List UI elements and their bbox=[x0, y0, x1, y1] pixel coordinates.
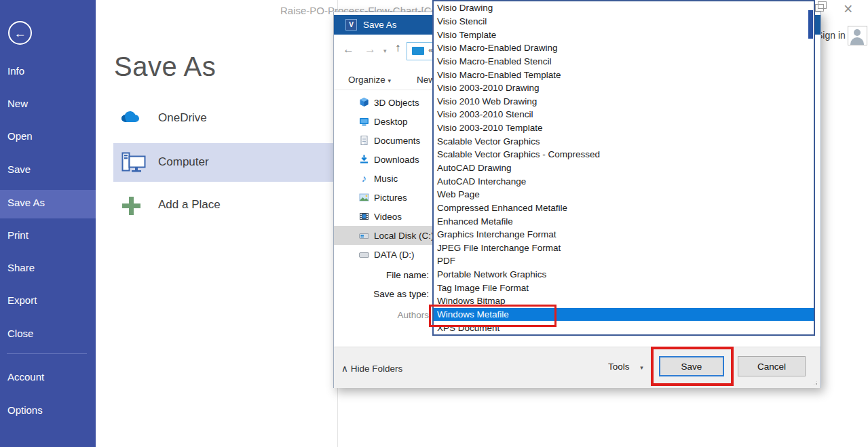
folder-3d-objects[interactable]: 3D Objects bbox=[334, 93, 433, 112]
type-option[interactable]: Scalable Vector Graphics - Compressed bbox=[434, 148, 814, 161]
address-bar[interactable]: « bbox=[407, 42, 434, 60]
annotation-box-save bbox=[651, 347, 734, 386]
type-option[interactable]: PDF bbox=[434, 254, 814, 268]
type-option[interactable]: Visio 2003-2010 Drawing bbox=[434, 81, 814, 95]
type-option[interactable]: Visio Macro-Enabled Template bbox=[434, 68, 814, 81]
back-arrow-icon: ← bbox=[14, 27, 26, 39]
dropdown-scrollbar-thumb[interactable] bbox=[808, 10, 813, 39]
type-option[interactable]: Visio 2003-2010 Stencil bbox=[434, 108, 814, 121]
type-option[interactable]: Compressed Enhanced Metafile bbox=[434, 201, 814, 215]
save-as-type-label: Save as type: bbox=[334, 289, 429, 299]
folder-videos[interactable]: Videos bbox=[334, 207, 433, 226]
sidebar-item-account[interactable]: Account bbox=[7, 371, 44, 383]
organize-caret-icon: ▾ bbox=[388, 77, 392, 84]
type-option[interactable]: Enhanced Metafile bbox=[434, 214, 814, 228]
folder-pictures[interactable]: Pictures bbox=[334, 188, 433, 207]
type-option[interactable]: Visio 2010 Web Drawing bbox=[434, 94, 814, 108]
sidebar-item-open[interactable]: Open bbox=[7, 130, 33, 142]
nav-forward-icon[interactable]: → bbox=[364, 43, 376, 56]
type-option[interactable]: AutoCAD Interchange bbox=[434, 174, 814, 188]
sidebar-divider bbox=[7, 353, 87, 354]
type-option[interactable]: Visio Macro-Enabled Drawing bbox=[434, 41, 814, 55]
type-option[interactable]: Visio Macro-Enabled Stencil bbox=[434, 55, 814, 69]
folder-music[interactable]: ♪ Music bbox=[334, 169, 433, 188]
tools-caret-icon: ▾ bbox=[640, 364, 643, 371]
data-disk-icon bbox=[358, 249, 370, 260]
place-add-a-place[interactable]: Add a Place bbox=[158, 198, 221, 212]
sidebar-item-new[interactable]: New bbox=[7, 98, 28, 109]
nav-up-icon[interactable]: ↑ bbox=[395, 41, 401, 55]
hide-folders-label: Hide Folders bbox=[351, 364, 403, 374]
sidebar-item-info[interactable]: Info bbox=[7, 65, 24, 77]
backstage-sidebar: ← Info New Open Save Save As Print Share… bbox=[0, 0, 96, 447]
type-option[interactable]: Graphics Interchange Format bbox=[434, 228, 814, 241]
toolbar-separator bbox=[334, 90, 433, 90]
sidebar-item-share[interactable]: Share bbox=[7, 262, 35, 273]
folder-documents[interactable]: Documents bbox=[334, 131, 433, 150]
avatar-body bbox=[850, 37, 864, 45]
cancel-button[interactable]: Cancel bbox=[738, 356, 806, 376]
nav-history-caret-icon[interactable]: ▾ bbox=[383, 47, 387, 54]
organize-label: Organize bbox=[348, 75, 385, 85]
address-folder-icon bbox=[412, 47, 424, 55]
folder-downloads[interactable]: Downloads bbox=[334, 150, 433, 169]
folder-tree: 3D Objects Desktop Documents Downloads ♪… bbox=[334, 93, 433, 261]
type-option[interactable]: Visio Template bbox=[434, 28, 814, 41]
nav-back-icon[interactable]: ← bbox=[343, 43, 354, 56]
sidebar-item-export[interactable]: Export bbox=[7, 294, 37, 306]
tools-label: Tools bbox=[608, 362, 630, 372]
avatar-head bbox=[854, 29, 861, 36]
type-option[interactable]: Portable Network Graphics bbox=[434, 268, 814, 281]
file-name-label: File name: bbox=[334, 270, 429, 280]
place-onedrive[interactable]: OneDrive bbox=[158, 111, 207, 125]
tools-button[interactable]: Tools ▾ bbox=[608, 362, 643, 372]
sidebar-item-close[interactable]: Close bbox=[7, 328, 33, 339]
authors-label: Authors bbox=[334, 310, 429, 320]
type-option[interactable]: Visio Drawing bbox=[434, 1, 814, 15]
page-title: Save As bbox=[114, 52, 216, 82]
back-button[interactable]: ← bbox=[8, 21, 32, 45]
type-option[interactable]: AutoCAD Drawing bbox=[434, 161, 814, 175]
type-option[interactable]: Visio Stencil bbox=[434, 15, 814, 28]
save-as-type-dropdown: Visio Drawing Visio Stencil Visio Templa… bbox=[432, 0, 815, 336]
sidebar-item-save-as[interactable]: Save As bbox=[7, 197, 45, 208]
folder-desktop[interactable]: Desktop bbox=[334, 112, 433, 131]
restore-window-icon[interactable] bbox=[815, 4, 824, 12]
onedrive-cloud-icon bbox=[119, 109, 145, 128]
dialog-title: Save As bbox=[363, 20, 397, 30]
type-option[interactable]: Web Page bbox=[434, 188, 814, 201]
add-place-plus-icon bbox=[122, 197, 140, 215]
type-option[interactable]: JPEG File Interchange Format bbox=[434, 241, 814, 255]
organize-button[interactable]: Organize ▾ bbox=[348, 75, 391, 85]
user-avatar[interactable] bbox=[848, 26, 867, 45]
type-option[interactable]: Tag Image File Format bbox=[434, 281, 814, 294]
local-disk-icon bbox=[358, 230, 370, 241]
close-icon[interactable]: × bbox=[844, 0, 852, 18]
type-option[interactable]: Visio 2003-2010 Template bbox=[434, 121, 814, 135]
sidebar-item-save[interactable]: Save bbox=[7, 163, 31, 175]
sidebar-item-print[interactable]: Print bbox=[7, 229, 29, 241]
annotation-box-windows-metafile bbox=[429, 305, 556, 327]
visio-app-icon: V bbox=[345, 19, 357, 31]
visio-backstage: Raise-PO-Process-Flow-Chart-[Com ← Info … bbox=[0, 0, 868, 447]
folder-data-d[interactable]: DATA (D:) bbox=[334, 245, 433, 261]
folder-local-disk-c[interactable]: Local Disk (C:) bbox=[334, 226, 433, 245]
sidebar-item-options[interactable]: Options bbox=[7, 404, 43, 416]
hide-folders-button[interactable]: ∧ Hide Folders bbox=[341, 363, 402, 374]
videos-icon bbox=[358, 211, 370, 222]
desktop-icon bbox=[358, 116, 370, 127]
place-computer: Computer bbox=[158, 155, 209, 169]
place-computer-row[interactable]: Computer bbox=[113, 143, 337, 182]
chevron-up-icon: ∧ bbox=[341, 364, 348, 374]
type-option[interactable]: Scalable Vector Graphics bbox=[434, 134, 814, 148]
downloads-icon bbox=[358, 154, 370, 165]
music-icon: ♪ bbox=[358, 173, 370, 184]
pictures-icon bbox=[358, 192, 370, 203]
documents-icon bbox=[358, 135, 370, 146]
3d-objects-icon bbox=[358, 97, 370, 108]
computer-icon bbox=[121, 151, 147, 178]
